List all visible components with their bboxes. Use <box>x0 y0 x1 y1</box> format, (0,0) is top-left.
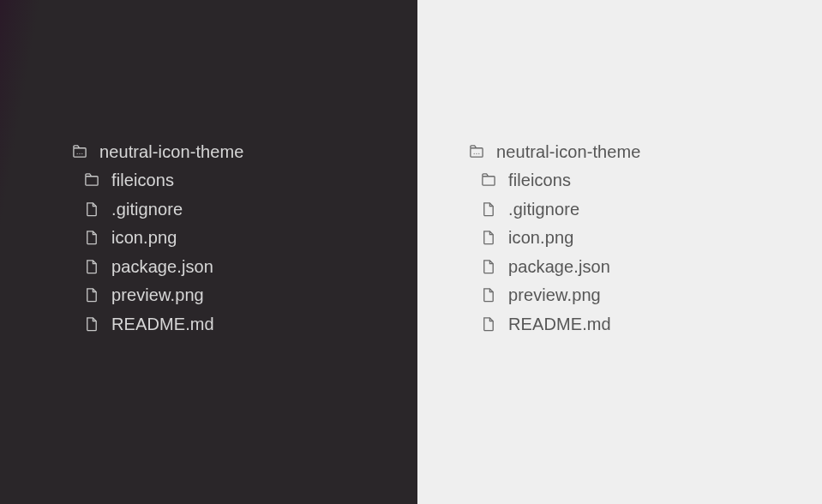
tree-item[interactable]: .gitignore <box>469 195 641 224</box>
tree-item[interactable]: icon.png <box>469 224 641 253</box>
tree-root-label: neutral-icon-theme <box>496 143 641 160</box>
file-icon <box>84 259 99 274</box>
file-icon <box>84 316 99 332</box>
tree-item-label: preview.png <box>508 286 601 303</box>
file-icon <box>481 230 496 245</box>
tree-item-label: README.md <box>508 315 611 333</box>
file-tree: neutral-icon-theme fileicons .gitignore … <box>469 137 641 339</box>
tree-root-label: neutral-icon-theme <box>99 143 244 160</box>
dark-theme-pane: neutral-icon-theme fileicons .gitignore … <box>0 0 417 504</box>
file-icon <box>84 287 99 303</box>
tree-item-label: fileicons <box>508 171 571 189</box>
tree-item-label: package.json <box>508 258 610 275</box>
tree-item[interactable]: package.json <box>469 252 641 281</box>
tree-item[interactable]: icon.png <box>72 224 244 253</box>
light-theme-pane: neutral-icon-theme fileicons .gitignore … <box>417 0 822 504</box>
file-icon <box>481 201 496 217</box>
tree-item-label: fileicons <box>111 171 174 189</box>
tree-item[interactable]: fileicons <box>72 166 244 195</box>
file-icon <box>481 316 496 332</box>
root-folder-icon <box>469 144 484 159</box>
file-icon <box>481 287 496 303</box>
tree-item[interactable]: README.md <box>469 309 641 339</box>
file-tree: neutral-icon-theme fileicons .gitignore … <box>72 137 244 339</box>
tree-item[interactable]: package.json <box>72 252 244 281</box>
tree-item-label: icon.png <box>111 229 177 246</box>
file-icon <box>481 259 496 274</box>
tree-item-label: .gitignore <box>111 201 183 218</box>
tree-item-label: package.json <box>111 258 213 275</box>
folder-icon <box>84 172 99 188</box>
folder-icon <box>481 172 496 188</box>
tree-item[interactable]: preview.png <box>72 281 244 310</box>
tree-item-label: icon.png <box>508 229 573 246</box>
tree-item-label: .gitignore <box>508 201 579 218</box>
tree-root[interactable]: neutral-icon-theme <box>469 137 641 166</box>
tree-item-label: README.md <box>111 315 214 333</box>
tree-root[interactable]: neutral-icon-theme <box>72 137 244 166</box>
tree-item[interactable]: README.md <box>72 309 244 339</box>
file-icon <box>84 230 99 245</box>
root-folder-icon <box>72 144 87 159</box>
tree-item[interactable]: preview.png <box>469 281 641 310</box>
tree-item[interactable]: fileicons <box>469 166 641 195</box>
file-icon <box>84 201 99 217</box>
tree-item[interactable]: .gitignore <box>72 195 244 224</box>
tree-item-label: preview.png <box>111 286 204 303</box>
